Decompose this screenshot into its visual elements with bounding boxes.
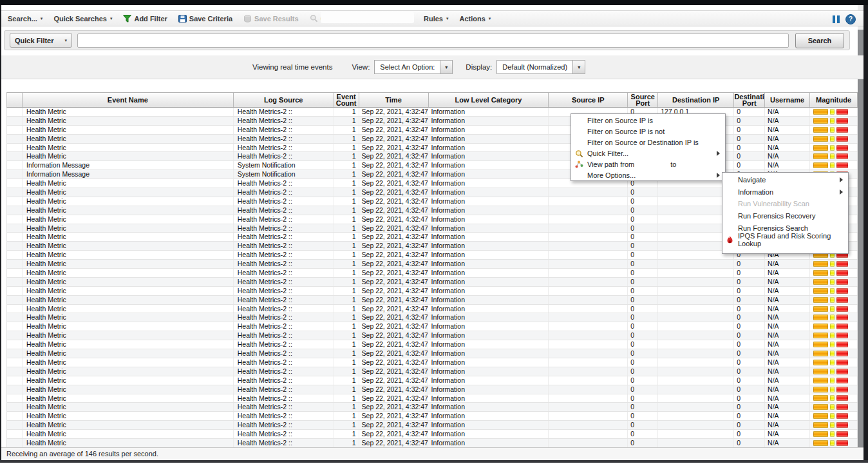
table-row[interactable]: Health MetricHealth Metrics-2 ::1Sep 22,… — [7, 144, 858, 153]
chevron-down-icon[interactable]: ▾ — [572, 61, 585, 73]
column-header-username[interactable]: Username — [765, 93, 810, 107]
menu-item-ipqs-fraud-and-risk-scoring-lookup[interactable]: IPQS Fraud and Risk Scoring Lookup — [722, 234, 848, 246]
table-row[interactable]: Health MetricHealth Metrics-2 ::1Sep 22,… — [7, 117, 858, 126]
toolbar-item-save-criteria[interactable]: Save Criteria — [178, 15, 232, 23]
toolbar-item-actions[interactable]: Actions▾ — [459, 15, 491, 23]
column-header-magnitude[interactable]: Magnitude — [810, 93, 858, 107]
column-header-low_level_category[interactable]: Low Level Category — [429, 93, 549, 107]
cancel-icon — [310, 14, 318, 23]
cell-event_name: Health Metric — [23, 260, 234, 268]
menu-item-filter-on-source-ip-is[interactable]: Filter on Source IP is — [571, 115, 725, 126]
help-icon[interactable]: ? — [845, 14, 856, 24]
cell-magnitude — [810, 385, 858, 394]
table-row[interactable]: Health MetricHealth Metrics-2 ::1Sep 22,… — [7, 296, 858, 305]
cell-event_name: Health Metric — [23, 144, 234, 152]
cell-low_level_category: Information — [428, 358, 549, 367]
magnitude-bar — [836, 395, 848, 401]
save-criteria-icon — [178, 15, 187, 23]
view-label: View: — [352, 63, 370, 71]
search-button[interactable]: Search — [795, 33, 844, 48]
menu-item-more-options[interactable]: More Options... — [571, 169, 725, 180]
window-right-edge — [863, 5, 868, 463]
cell-log_source: Health Metrics-2 :: — [234, 251, 334, 259]
column-header-event_count[interactable]: EventCount — [334, 93, 359, 107]
menu-item-view-path-from[interactable]: View path fromto — [571, 159, 725, 170]
cell-log_source: Health Metrics-2 :: — [234, 179, 334, 188]
pause-icon[interactable] — [833, 15, 840, 23]
cell-low_level_category: Information — [428, 161, 549, 169]
cell-source_ip — [549, 367, 628, 376]
column-header-log_source[interactable]: Log Source — [234, 93, 334, 107]
display-select[interactable]: Default (Normalized) ▾ — [496, 60, 585, 74]
table-row[interactable]: Health MetricHealth Metrics-2 ::1Sep 22,… — [7, 412, 858, 421]
cell-username: N/A — [765, 430, 810, 438]
magnitude-bar — [836, 360, 848, 365]
menu-item-filter-on-source-ip-is-not[interactable]: Filter on Source IP is not — [571, 126, 725, 137]
table-row[interactable]: Health MetricHealth Metrics-2 ::1Sep 22,… — [7, 305, 858, 314]
table-row[interactable]: Information MessageSystem Notification1S… — [7, 161, 858, 170]
filter-mode-select[interactable]: Quick Filter ▾ — [10, 33, 72, 48]
cell-log_source: Health Metrics-2 :: — [234, 215, 334, 224]
toolbar-item-add-filter[interactable]: Add Filter — [123, 15, 167, 23]
table-row[interactable]: Health MetricHealth Metrics-2 ::1Sep 22,… — [7, 135, 858, 144]
cell-source_port: 0 — [628, 430, 658, 438]
table-row[interactable]: Health MetricHealth Metrics-2 ::1Sep 22,… — [7, 358, 858, 367]
table-row[interactable]: Health MetricHealth Metrics-2 ::1Sep 22,… — [7, 269, 858, 278]
cell-sel — [7, 188, 23, 197]
column-header-event_name[interactable]: Event Name — [23, 93, 234, 107]
table-row[interactable]: Health MetricHealth Metrics-2 ::1Sep 22,… — [7, 349, 858, 358]
menu-item-information[interactable]: Information — [722, 186, 848, 198]
cell-event_count: 1 — [334, 170, 359, 179]
column-header-destination_port[interactable]: DestinatiPort — [734, 93, 765, 107]
save-results-icon — [243, 15, 252, 23]
table-row[interactable]: Health MetricHealth Metrics-2 ::1Sep 22,… — [7, 260, 858, 269]
cell-log_source: Health Metrics-2 :: — [234, 144, 334, 152]
table-row[interactable]: Health MetricHealth Metrics-2 ::1Sep 22,… — [7, 439, 858, 448]
table-row[interactable]: Health MetricHealth Metrics-2 ::1Sep 22,… — [7, 394, 858, 403]
cell-log_source: Health Metrics-2 :: — [234, 278, 334, 286]
column-header-time[interactable]: Time — [359, 93, 429, 107]
table-row[interactable]: Health MetricHealth Metrics-2 ::1Sep 22,… — [7, 126, 858, 135]
cell-low_level_category: Information — [428, 197, 549, 206]
table-row[interactable]: Health MetricHealth Metrics-2 ::1Sep 22,… — [7, 340, 858, 349]
column-header-destination_ip[interactable]: Destination IP — [658, 93, 734, 107]
table-row[interactable]: Health MetricHealth Metrics-2 ::1Sep 22,… — [7, 313, 858, 322]
menu-item-run-forensics-recovery[interactable]: Run Forensics Recovery — [722, 210, 848, 222]
menu-item-navigate[interactable]: Navigate — [722, 174, 848, 186]
column-header-source_ip[interactable]: Source IP — [549, 93, 628, 107]
table-row[interactable]: Health MetricHealth Metrics-2 ::1Sep 22,… — [7, 108, 858, 117]
chevron-down-icon[interactable]: ▾ — [440, 61, 452, 73]
toolbar-item-quick-searches[interactable]: Quick Searches▾ — [53, 15, 112, 23]
cell-low_level_category: Information — [428, 233, 549, 241]
filter-input[interactable] — [77, 34, 789, 48]
cell-magnitude — [810, 403, 858, 411]
table-row[interactable]: Health MetricHealth Metrics-2 ::1Sep 22,… — [7, 278, 858, 287]
cell-username: N/A — [765, 278, 810, 286]
table-row[interactable]: Health MetricHealth Metrics-2 ::1Sep 22,… — [7, 367, 858, 376]
cell-log_source: Health Metrics-2 :: — [234, 430, 334, 438]
menu-item-quick-filter[interactable]: Quick Filter... — [571, 148, 725, 159]
column-header-source_port[interactable]: SourcePort — [628, 93, 658, 107]
cell-time: Sep 22, 2021, 4:32:47 PM — [359, 313, 429, 322]
cell-username: N/A — [765, 152, 810, 160]
toolbar-item-search[interactable]: Search...▾ — [8, 15, 42, 23]
table-row[interactable]: Health MetricHealth Metrics-2 ::1Sep 22,… — [7, 152, 858, 161]
menu-item-filter-on-source-or-destination-ip-is[interactable]: Filter on Source or Destination IP is — [571, 137, 725, 148]
table-row[interactable]: Health MetricHealth Metrics-2 ::1Sep 22,… — [7, 322, 858, 331]
cell-source_port: 0 — [628, 260, 658, 268]
table-row[interactable]: Health MetricHealth Metrics-2 ::1Sep 22,… — [7, 421, 858, 430]
table-row[interactable]: Health MetricHealth Metrics-2 ::1Sep 22,… — [7, 376, 858, 385]
table-row[interactable]: Health MetricHealth Metrics-2 ::1Sep 22,… — [7, 331, 858, 340]
table-row[interactable]: Health MetricHealth Metrics-2 ::1Sep 22,… — [7, 430, 858, 439]
table-row[interactable]: Health MetricHealth Metrics-2 ::1Sep 22,… — [7, 385, 858, 394]
scrollbar-thumb[interactable] — [858, 30, 863, 460]
toolbar-item-rules[interactable]: Rules▾ — [424, 15, 448, 23]
cell-destination_port: 0 — [734, 260, 765, 268]
cell-sel — [7, 340, 23, 349]
cell-time: Sep 22, 2021, 4:32:47 PM — [359, 385, 429, 394]
table-row[interactable]: Health MetricHealth Metrics-2 ::1Sep 22,… — [7, 287, 858, 296]
cell-source_port: 0 — [628, 305, 658, 313]
view-select[interactable]: Select An Option: ▾ — [374, 60, 453, 74]
cell-event_count: 1 — [334, 206, 359, 215]
table-row[interactable]: Health MetricHealth Metrics-2 ::1Sep 22,… — [7, 403, 858, 412]
